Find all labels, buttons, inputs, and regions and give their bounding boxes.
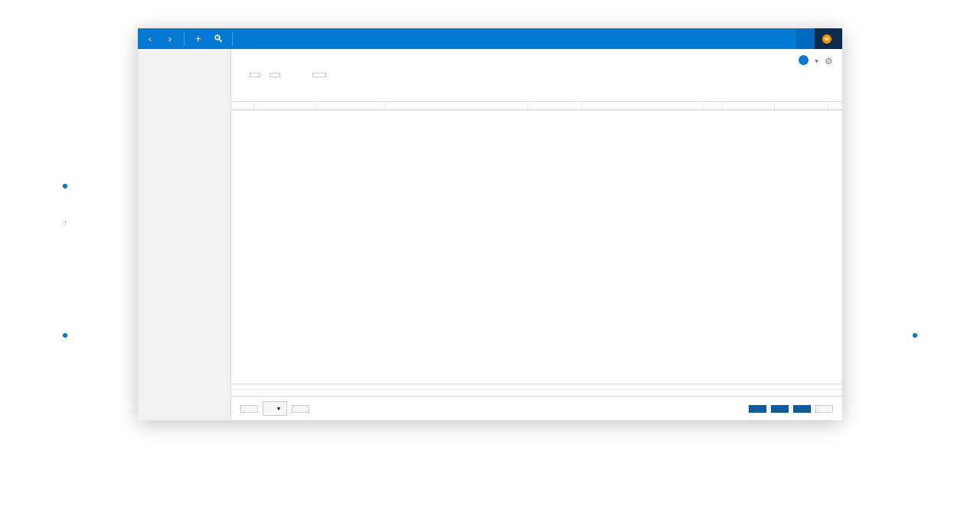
- edit-button[interactable]: [793, 405, 811, 413]
- filter-bar: [231, 70, 842, 83]
- fetch-button[interactable]: [292, 405, 309, 413]
- action-bar: ▾: [231, 396, 842, 420]
- new-expense-button[interactable]: [771, 405, 789, 413]
- tab-bar: [231, 83, 842, 102]
- topbar-user[interactable]: [796, 28, 815, 49]
- col-opt[interactable]: [704, 102, 723, 110]
- col-emp[interactable]: [317, 102, 386, 110]
- col-vz[interactable]: [386, 102, 528, 110]
- col-saldo[interactable]: [775, 102, 828, 110]
- delete-button[interactable]: [815, 405, 833, 413]
- table-body: [231, 110, 842, 384]
- table-header: [231, 102, 842, 110]
- summary-row: [231, 384, 842, 389]
- sidebar: [138, 49, 231, 420]
- sidebar-items: [138, 49, 230, 58]
- main: ▾ ⚙: [231, 49, 842, 420]
- topbar: ‹ › + 🔍︎ w: [138, 28, 842, 49]
- date-from-input[interactable]: [250, 73, 260, 77]
- details-button[interactable]: [240, 405, 258, 413]
- topbar-nav: ‹ › + 🔍︎: [138, 31, 230, 47]
- date-to-input[interactable]: [270, 73, 280, 77]
- today-button[interactable]: [312, 73, 326, 77]
- new-income-button[interactable]: [749, 405, 766, 413]
- more-button[interactable]: ▾: [263, 401, 287, 416]
- col-date[interactable]: [254, 102, 317, 110]
- nav-add-icon[interactable]: +: [191, 31, 206, 47]
- col-betrag[interactable]: [723, 102, 775, 110]
- filter-count-badge: [799, 55, 808, 65]
- nav-search-icon[interactable]: 🔍︎: [211, 31, 226, 47]
- topbar-logo: w: [815, 28, 842, 49]
- app-window: ‹ › + 🔍︎ w: [138, 28, 842, 420]
- col-status[interactable]: [231, 102, 254, 110]
- col-kto[interactable]: [528, 102, 582, 110]
- gear-icon[interactable]: ⚙: [825, 56, 833, 67]
- dropdown-icon[interactable]: ▾: [815, 57, 818, 65]
- nav-forward-icon[interactable]: ›: [162, 31, 178, 47]
- main-header: ▾ ⚙: [231, 49, 842, 70]
- nav-back-icon[interactable]: ‹: [142, 31, 158, 47]
- logo-mark-icon: w: [822, 34, 831, 44]
- col-kat[interactable]: [582, 102, 704, 110]
- legend: [231, 389, 842, 396]
- filter-label[interactable]: [799, 55, 808, 67]
